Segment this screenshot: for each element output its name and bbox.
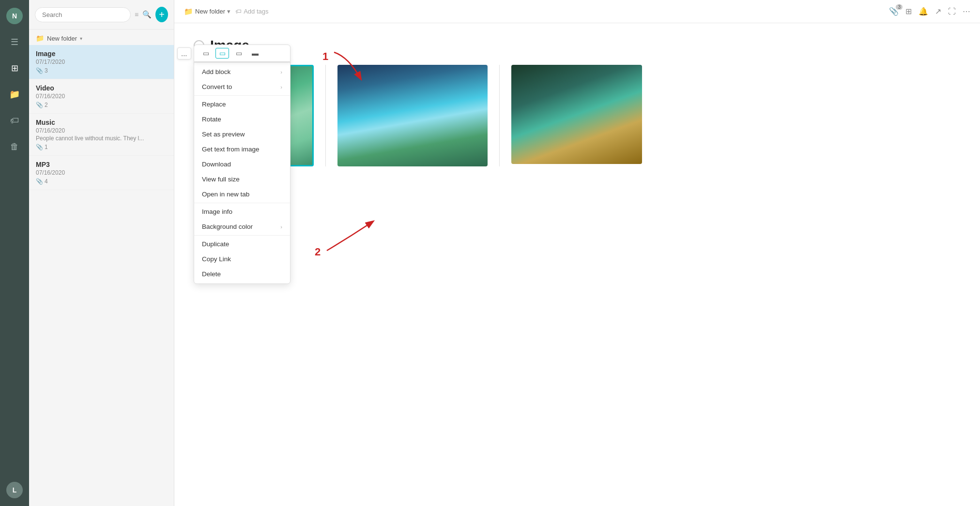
grid-view-icon[interactable]: ⊞ bbox=[905, 7, 912, 16]
separator-2 bbox=[499, 65, 500, 166]
annotation-2-label: 2 bbox=[315, 246, 321, 258]
image-lake[interactable] bbox=[337, 65, 488, 166]
sidebar-icon-folder[interactable]: 📁 bbox=[6, 86, 23, 103]
ctx-divider-2 bbox=[194, 203, 290, 203]
ctx-view-full-size[interactable]: View full size bbox=[194, 172, 290, 187]
file-name: Video bbox=[36, 84, 167, 92]
search-bar: ≡ 🔍 + bbox=[29, 0, 174, 30]
align-right-btn[interactable]: ▭ bbox=[232, 48, 245, 59]
align-center-btn[interactable]: ▭ bbox=[215, 48, 229, 59]
image-block-2[interactable] bbox=[337, 65, 488, 166]
images-grid: ... ▭ ▭ ▭ ▬ Add block › bbox=[194, 65, 961, 166]
ctx-copy-link[interactable]: Copy Link bbox=[194, 252, 290, 267]
left-panel: ≡ 🔍 + 📁 New folder ▾ Image 07/17/2020 📎 … bbox=[29, 0, 174, 506]
image-river[interactable] bbox=[511, 65, 642, 164]
attach-icon: 📎 bbox=[36, 102, 43, 108]
attach-count-icon[interactable]: 📎 3 bbox=[889, 7, 899, 16]
add-tags-label: Add tags bbox=[244, 8, 268, 15]
search-icon[interactable]: 🔍 bbox=[142, 10, 152, 19]
file-name: Music bbox=[36, 119, 167, 126]
separator-1 bbox=[325, 65, 326, 166]
user-avatar-bottom[interactable]: L bbox=[6, 482, 23, 498]
file-attach: 📎 1 bbox=[36, 144, 167, 150]
ctx-get-text[interactable]: Get text from image bbox=[194, 142, 290, 157]
page-content: Image ... ▭ ▭ ▭ ▬ bbox=[174, 23, 980, 506]
ctx-duplicate[interactable]: Duplicate bbox=[194, 237, 290, 252]
file-desc: People cannot live without music. They l… bbox=[36, 135, 167, 142]
ctx-open-new-tab[interactable]: Open in new tab bbox=[194, 187, 290, 202]
sidebar-icon-menu[interactable]: ☰ bbox=[6, 34, 23, 50]
sidebar-icon-tag[interactable]: 🏷 bbox=[6, 112, 23, 129]
folder-icon: 📁 bbox=[184, 7, 193, 16]
attach-icon: 📎 bbox=[36, 144, 43, 150]
attach-icon: 📎 bbox=[36, 67, 43, 74]
file-list: Image 07/17/2020 📎 3 Video 07/16/2020 📎 … bbox=[29, 45, 174, 506]
image-menu-container: ... ▭ ▭ ▭ ▬ Add block › bbox=[194, 45, 291, 284]
file-date: 07/16/2020 bbox=[36, 169, 167, 176]
filter-icon[interactable]: ≡ bbox=[135, 11, 138, 18]
ctx-rotate[interactable]: Rotate bbox=[194, 112, 290, 127]
image-toolbar: ▭ ▭ ▭ ▬ bbox=[194, 45, 291, 62]
file-item-music[interactable]: Music 07/16/2020 People cannot live with… bbox=[29, 114, 174, 156]
folder-icon-small: 📁 bbox=[36, 34, 44, 42]
search-input[interactable] bbox=[35, 7, 131, 22]
ctx-divider-1 bbox=[194, 95, 290, 96]
bell-icon[interactable]: 🔔 bbox=[919, 7, 928, 16]
file-item-mp3[interactable]: MP3 07/16/2020 📎 4 bbox=[29, 156, 174, 190]
file-date: 07/16/2020 bbox=[36, 93, 167, 100]
page-title-area: Image bbox=[194, 38, 961, 53]
ctx-delete[interactable]: Delete bbox=[194, 267, 290, 282]
main-area: 📁 New folder ▾ 🏷 Add tags 📎 3 ⊞ 🔔 ↗ ⛶ ⋯ … bbox=[174, 0, 980, 506]
main-header: 📁 New folder ▾ 🏷 Add tags 📎 3 ⊞ 🔔 ↗ ⛶ ⋯ bbox=[174, 0, 980, 23]
image-block-3[interactable] bbox=[511, 65, 642, 164]
breadcrumb: 📁 New folder ▾ bbox=[184, 7, 230, 16]
file-name: Image bbox=[36, 50, 167, 58]
dark-sidebar: N ☰ ⊞ 📁 🏷 🗑 L bbox=[0, 0, 29, 506]
ctx-convert-to[interactable]: Convert to › bbox=[194, 79, 290, 94]
ctx-image-info[interactable]: Image info bbox=[194, 204, 290, 219]
file-attach: 📎 3 bbox=[36, 67, 167, 74]
add-button[interactable]: + bbox=[155, 7, 168, 22]
file-date: 07/17/2020 bbox=[36, 59, 167, 65]
tag-icon: 🏷 bbox=[235, 8, 242, 15]
file-item-image[interactable]: Image 07/17/2020 📎 3 bbox=[29, 45, 174, 79]
folder-dropdown-icon[interactable]: ▾ bbox=[227, 8, 230, 15]
image-block-1: ... ▭ ▭ ▭ ▬ Add block › bbox=[194, 65, 314, 166]
header-left: 📁 New folder ▾ 🏷 Add tags bbox=[184, 7, 268, 16]
ctx-divider-3 bbox=[194, 235, 290, 236]
header-right: 📎 3 ⊞ 🔔 ↗ ⛶ ⋯ bbox=[889, 7, 970, 16]
sidebar-icon-grid[interactable]: ⊞ bbox=[6, 60, 23, 76]
attach-icon: 📎 bbox=[36, 178, 43, 185]
ctx-add-block[interactable]: Add block › bbox=[194, 64, 290, 79]
ctx-background-color[interactable]: Background color › bbox=[194, 219, 290, 234]
sidebar-icon-trash[interactable]: 🗑 bbox=[6, 138, 23, 155]
share-icon[interactable]: ↗ bbox=[935, 7, 941, 16]
folder-header: 📁 New folder ▾ bbox=[29, 30, 174, 45]
context-menu: Add block › Convert to › Replace Rotate bbox=[194, 62, 291, 284]
ctx-set-preview[interactable]: Set as preview bbox=[194, 127, 290, 142]
folder-name: New folder bbox=[195, 8, 225, 15]
annotation-arrow-2 bbox=[322, 217, 380, 255]
three-dots-button[interactable]: ... bbox=[177, 47, 191, 60]
fullscreen-icon[interactable]: ⛶ bbox=[948, 7, 956, 16]
user-avatar-top[interactable]: N bbox=[6, 8, 23, 24]
full-width-btn[interactable]: ▬ bbox=[248, 48, 262, 59]
file-attach: 📎 2 bbox=[36, 102, 167, 108]
add-tags[interactable]: 🏷 Add tags bbox=[235, 8, 268, 15]
ctx-download[interactable]: Download bbox=[194, 157, 290, 172]
align-left-btn[interactable]: ▭ bbox=[199, 48, 213, 59]
more-options-icon[interactable]: ⋯ bbox=[963, 7, 970, 16]
file-item-video[interactable]: Video 07/16/2020 📎 2 bbox=[29, 79, 174, 114]
file-attach: 📎 4 bbox=[36, 178, 167, 185]
file-name: MP3 bbox=[36, 161, 167, 168]
ctx-replace[interactable]: Replace bbox=[194, 97, 290, 112]
folder-header-label: New folder bbox=[47, 35, 77, 42]
attach-badge: 3 bbox=[896, 4, 903, 10]
folder-dropdown-arrow[interactable]: ▾ bbox=[80, 36, 82, 41]
file-date: 07/16/2020 bbox=[36, 127, 167, 134]
